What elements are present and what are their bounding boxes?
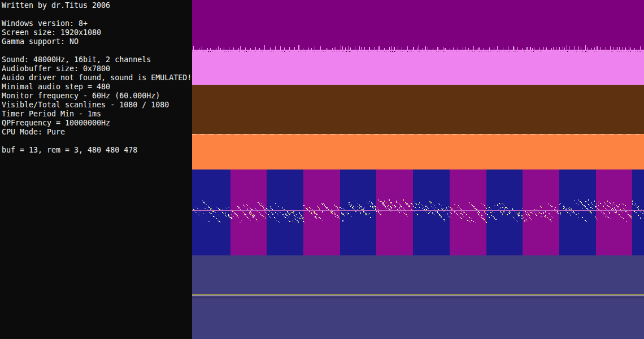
waveform-dot [408, 206, 410, 207]
ruler-tick-up [423, 48, 423, 50]
scan-line-dark [192, 297, 644, 298]
ruler-tick-up [465, 47, 465, 50]
waveform-dot [279, 206, 280, 207]
waveform-dot [211, 213, 212, 214]
waveform-dot [301, 216, 302, 218]
waveform-dot [458, 205, 459, 206]
waveform-dot [521, 215, 523, 216]
ruler-tick-up [616, 47, 616, 50]
waveform-dot [482, 218, 484, 219]
waveform-dot [529, 215, 530, 216]
ruler-tick-up [484, 48, 484, 50]
waveform-dot [228, 207, 229, 208]
waveform-dot [291, 212, 293, 213]
waveform-dot [581, 207, 582, 208]
waveform-dot [238, 217, 240, 218]
ruler-tick-up [207, 48, 208, 50]
waveform-dot [628, 214, 629, 215]
waveform-dot [263, 207, 264, 208]
waveform-dot [549, 203, 550, 205]
waveform-dot [365, 214, 367, 215]
waveform-dot [501, 212, 502, 214]
waveform-dot [275, 203, 276, 205]
waveform-dot [632, 203, 633, 205]
waveform-dot [616, 205, 617, 206]
waveform-dot [428, 208, 429, 210]
waveform-dot [607, 205, 608, 206]
waveform-dot [434, 209, 435, 210]
waveform-dot [534, 212, 535, 214]
waveform-dot [625, 205, 626, 206]
waveform-dot [355, 207, 356, 208]
waveform-dot [337, 207, 338, 208]
waveform-dot [372, 206, 373, 207]
ruler-tick-up [328, 48, 328, 50]
waveform-dot [582, 208, 583, 209]
waveform-dot [504, 208, 505, 210]
ruler-dot-down [208, 51, 208, 51]
waveform-dot [458, 207, 459, 208]
waveform-dot [485, 213, 486, 214]
ruler-tick-up [629, 46, 629, 50]
waveform-dot [368, 214, 369, 215]
waveform-dot [604, 202, 606, 203]
waveform-dot [433, 204, 434, 205]
waveform-dot [443, 208, 445, 210]
waveform-dot [334, 212, 336, 214]
waveform-dot [438, 213, 439, 214]
waveform-dot [316, 218, 317, 219]
waveform-dot [584, 205, 585, 206]
waveform-dot [637, 205, 638, 206]
ruler-tick-up [594, 47, 595, 50]
ruler-tick-up [578, 46, 579, 50]
waveform-dot [206, 219, 207, 220]
waveform-dot [503, 211, 504, 212]
ruler-tick-up [613, 47, 613, 50]
waveform-dot [209, 212, 210, 213]
band-magenta [192, 0, 644, 50]
ruler-dot-down [608, 51, 608, 51]
ruler-tick-up [398, 46, 398, 50]
waveform-dot [541, 216, 542, 217]
ruler-tick-up [391, 46, 392, 50]
ruler-dot-down [244, 51, 245, 51]
ruler-tick-up [402, 47, 402, 50]
waveform-dot [389, 199, 390, 201]
ruler-dot-down [332, 51, 333, 51]
waveform-dot [613, 202, 615, 203]
ruler-dot-down [260, 51, 260, 51]
waveform-dot [607, 216, 608, 217]
waveform-dot [293, 211, 294, 212]
waveform-dot [506, 208, 507, 210]
waveform-dot [388, 208, 389, 209]
ruler-dot-down [488, 51, 489, 51]
waveform-dot [267, 213, 268, 214]
ruler-dot-down [574, 51, 575, 51]
waveform-dot [545, 211, 546, 212]
ruler-tick-up [294, 47, 295, 50]
waveform-dot [637, 214, 638, 215]
waveform-dot [441, 216, 442, 218]
waveform-dot [361, 209, 362, 210]
waveform-dot [607, 217, 608, 218]
waveform-dot [607, 201, 608, 202]
ruler-tick-down [533, 51, 534, 52]
waveform-dot [451, 213, 452, 214]
waveform-dot [246, 204, 247, 205]
waveform-dot [303, 219, 304, 220]
waveform-dot [265, 218, 266, 219]
ruler-dot-down [382, 51, 382, 51]
waveform-dot [541, 213, 542, 214]
waveform-dot [288, 220, 289, 221]
ruler-tick-up [199, 48, 199, 50]
ruler-tick-up [359, 46, 360, 50]
waveform-dot [462, 214, 463, 215]
waveform-dot [628, 212, 629, 214]
ruler-tick-up [606, 47, 606, 50]
ruler-dot-down [554, 51, 554, 51]
waveform-dot [198, 215, 199, 216]
ruler-dot-down [269, 51, 269, 51]
waveform-dot [460, 208, 461, 209]
waveform-dot [251, 212, 253, 214]
waveform-dot [368, 203, 369, 204]
